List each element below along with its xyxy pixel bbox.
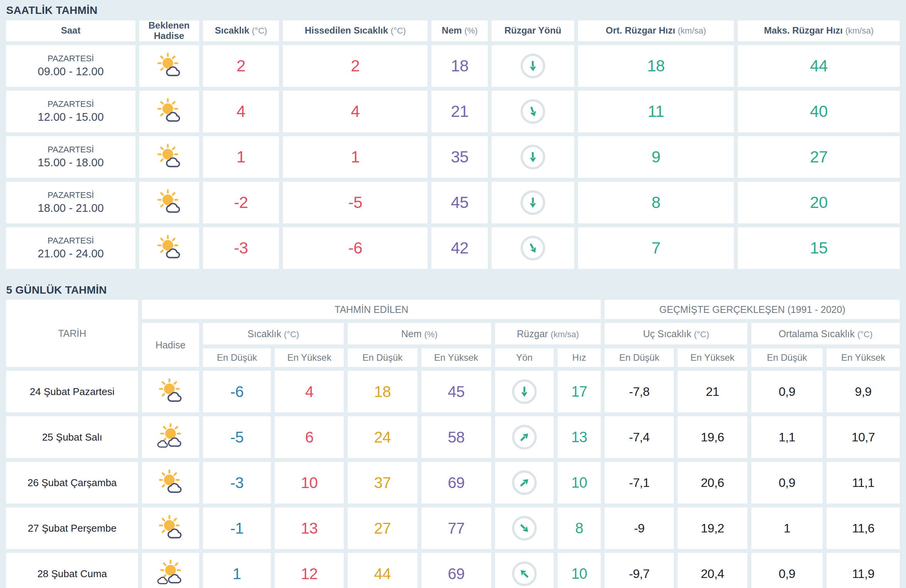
col-label: Ort. Rüzgar Hızı (606, 25, 675, 35)
cell-avg-wind-speed: 7 (578, 227, 734, 269)
cell-humidity-max: 69 (421, 553, 491, 588)
cell-wind-speed: 10 (558, 553, 601, 588)
cell-temp-min: -6 (203, 371, 271, 412)
col-header-hissedilen-sicaklik: Hissedilen Sıcaklık (°C) (283, 20, 428, 41)
cell-wind-direction (492, 45, 574, 87)
wind-arrow-icon (526, 59, 539, 73)
cell-humidity-max: 58 (421, 416, 491, 458)
weather-condition-icon (155, 52, 183, 80)
cell-date: 26 Şubat Çarşamba (6, 462, 138, 504)
wind-direction-icon (521, 190, 545, 215)
time-range: 09.00 - 12.00 (8, 64, 134, 78)
weather-condition-icon (156, 423, 185, 451)
daily-header-leaf-row: En Düşük En Yüksek En Düşük En Yüksek Yö… (6, 348, 900, 367)
col-unit: (%) (465, 26, 478, 35)
cell-condition (142, 507, 199, 549)
wind-direction-icon (521, 145, 545, 169)
daily-row: 26 Şubat Çarşamba -3 10 37 69 10 -7,1 20… (6, 462, 900, 504)
wind-arrow-icon (515, 564, 534, 583)
cell-date: 24 Şubat Pazartesi (6, 371, 138, 412)
col-label: Sıcaklık (247, 328, 281, 339)
wind-direction-icon (512, 470, 537, 495)
cell-humidity: 42 (431, 227, 488, 269)
daily-header-group-row: TARİH TAHMİN EDİLEN GEÇMİŞTE GERÇEKLEŞEN… (6, 300, 900, 319)
cell-wind-direction (492, 91, 574, 132)
wind-arrow-icon (524, 239, 542, 257)
cell-temperature: -3 (203, 227, 279, 269)
col-unit: (km/sa) (678, 26, 706, 35)
wind-arrow-icon (515, 473, 534, 492)
cell-avg-wind-speed: 11 (578, 91, 734, 132)
col-label: Sıcaklık (215, 25, 249, 35)
col-header-extreme-max: En Yüksek (678, 348, 747, 367)
weather-condition-icon (155, 234, 183, 262)
col-header-sicaklik: Sıcaklık (°C) (203, 20, 279, 41)
weather-condition-icon (156, 468, 185, 497)
weather-condition-icon (155, 143, 183, 171)
wind-direction-icon (512, 379, 537, 404)
cell-humidity: 45 (431, 182, 488, 223)
hourly-row: PAZARTESİ18.00 - 21.00 -2 -5 45 8 20 (6, 182, 900, 223)
daily-forecast-table-wrap: TARİH TAHMİN EDİLEN GEÇMİŞTE GERÇEKLEŞEN… (0, 296, 906, 588)
sub-header-ruzgar: Rüzgar (km/sa) (495, 323, 601, 345)
cell-wind-direction (492, 227, 574, 269)
group-header-history: GEÇMİŞTE GERÇEKLEŞEN (1991 - 2020) (605, 300, 900, 319)
cell-temperature: 1 (203, 136, 279, 178)
cell-extreme-max: 19,6 (678, 416, 747, 458)
daily-row: 27 Şubat Perşembe -1 13 27 77 8 -9 19,2 … (6, 507, 900, 549)
col-unit: (°C) (857, 329, 872, 339)
cell-humidity-max: 45 (421, 371, 491, 412)
hourly-row: PAZARTESİ21.00 - 24.00 -3 -6 42 7 15 (6, 227, 900, 269)
sub-header-sicaklik: Sıcaklık (°C) (203, 323, 344, 345)
cell-date: 28 Şubat Cuma (6, 553, 138, 588)
hourly-row: PAZARTESİ15.00 - 18.00 1 1 35 9 27 (6, 136, 900, 178)
wind-arrow-icon (518, 385, 531, 398)
col-header-beklenen-hadise: Beklenen Hadise (139, 20, 199, 41)
col-header-saat: Saat (6, 20, 135, 41)
cell-extreme-max: 20,4 (678, 553, 747, 588)
cell-wind-speed: 13 (558, 416, 601, 458)
col-label: Maks. Rüzgar Hızı (764, 25, 843, 35)
col-label: Uç Sıcaklık (643, 328, 691, 339)
cell-max-wind-speed: 40 (738, 91, 900, 132)
col-label: Rüzgar (517, 328, 548, 339)
hourly-forecast-table: Saat Beklenen Hadise Sıcaklık (°C) Hisse… (2, 17, 904, 273)
cell-extreme-min: -7,4 (605, 416, 674, 458)
daily-header-sub-row: Hadise Sıcaklık (°C) Nem (%) Rüzgar (km/… (6, 323, 900, 345)
cell-average-min: 1 (751, 507, 823, 549)
wind-direction-icon (521, 54, 545, 78)
daily-row: 28 Şubat Cuma 1 12 44 69 10 -9,7 20,4 0,… (6, 553, 900, 588)
col-label: Beklenen Hadise (149, 20, 190, 41)
cell-extreme-min: -7,1 (605, 462, 674, 504)
cell-wind-direction (495, 416, 554, 458)
cell-humidity-min: 27 (348, 507, 418, 549)
cell-humidity-max: 69 (421, 462, 491, 504)
hourly-row: PAZARTESİ12.00 - 15.00 4 4 21 11 40 (6, 91, 900, 132)
day-label: PAZARTESİ (8, 53, 134, 64)
weather-condition-icon (156, 377, 185, 406)
col-header-wind-direction: Yön (495, 348, 554, 367)
cell-extreme-max: 21 (678, 371, 747, 412)
cell-average-max: 10,7 (827, 416, 900, 458)
cell-feels-like: 4 (283, 91, 428, 132)
wind-direction-icon (512, 561, 537, 586)
hourly-header-row: Saat Beklenen Hadise Sıcaklık (°C) Hisse… (6, 20, 900, 41)
cell-wind-speed: 10 (558, 462, 601, 504)
day-label: PAZARTESİ (8, 99, 134, 110)
cell-temperature: 2 (203, 45, 279, 87)
wind-direction-icon (512, 516, 537, 541)
cell-time: PAZARTESİ12.00 - 15.00 (6, 91, 135, 132)
col-header-maks-ruzgar-hizi: Maks. Rüzgar Hızı (km/sa) (738, 20, 900, 41)
hourly-row: PAZARTESİ09.00 - 12.00 2 2 18 18 44 (6, 45, 900, 87)
cell-humidity-min: 18 (348, 371, 418, 412)
cell-condition (139, 45, 199, 87)
cell-humidity-min: 24 (348, 416, 418, 458)
cell-temp-max: 12 (275, 553, 344, 588)
col-header-wind-speed: Hız (558, 348, 601, 367)
col-label: Nem (401, 328, 422, 339)
cell-wind-speed: 17 (558, 371, 601, 412)
col-unit: (km/sa) (845, 26, 874, 35)
cell-extreme-max: 19,2 (678, 507, 747, 549)
cell-wind-direction (495, 553, 554, 588)
sub-header-nem: Nem (%) (348, 323, 491, 345)
